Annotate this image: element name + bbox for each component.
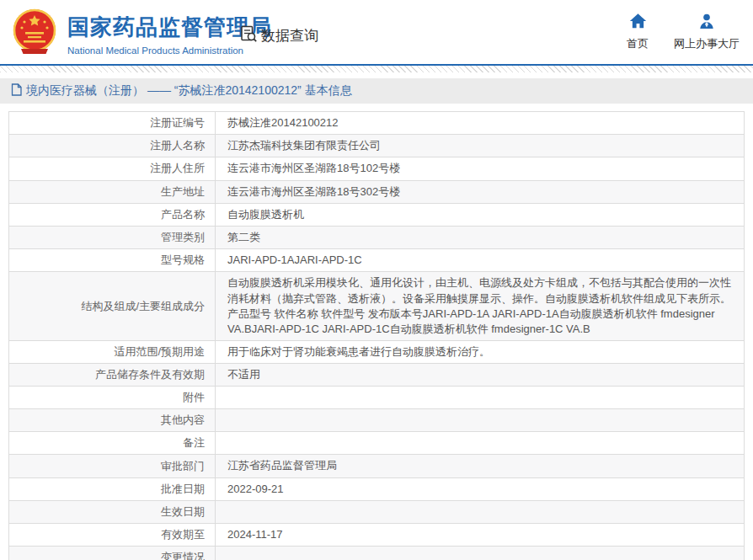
row-label: 注册人名称 [9,135,216,157]
row-label-text: 批准日期 [161,483,205,495]
table-row: 注册人住所连云港市海州区圣湖路18号102号楼 [9,157,745,180]
row-label-text: 管理类别 [161,231,205,243]
table-row: 型号规格JARI-APD-1AJARI-APD-1C [9,249,745,272]
breadcrumb: 境内医疗器械（注册） —— “苏械注准20142100212” 基本信息 [0,78,753,104]
row-value-text: 用于临床对于肾功能衰竭患者进行自动腹膜透析治疗。 [227,345,490,358]
table-row: 管理类别第二类 [9,226,745,248]
table-row: 注册证编号苏械注准20142100212 [9,112,745,135]
table-row: 产品储存条件及有效期不适用 [9,364,745,387]
row-value-text: 自动腹膜透析机 [227,208,304,221]
row-value: 江苏杰瑞科技集团有限责任公司 [216,135,745,157]
table-row: 审批部门江苏省药品监督管理局 [9,455,745,477]
row-value [216,500,745,523]
row-value [216,387,745,409]
row-label-text: 变更情况 [161,551,205,560]
row-value-text: 江苏杰瑞科技集团有限责任公司 [227,139,381,152]
table-row: 结构及组成/主要组成成分自动腹膜透析机采用模块化、通用化设计，由主机、电源线及处… [9,272,745,341]
row-label: 审批部门 [9,455,216,477]
table-row: 附件 [9,387,745,409]
row-value-text: 江苏省药品监督管理局 [227,459,337,472]
row-value-text: JARI-APD-1AJARI-APD-1C [227,253,362,266]
row-value: 江苏省药品监督管理局 [216,455,745,477]
row-value-text: 第二类 [227,231,260,243]
data-query-label: 数据查询 [261,26,318,45]
row-value: 2022-09-21 [216,477,745,500]
row-label: 型号规格 [9,249,216,272]
row-value: 用于临床对于肾功能衰竭患者进行自动腹膜透析治疗。 [216,341,745,364]
hatch-stripe [0,66,753,72]
row-value: 自动腹膜透析机采用模块化、通用化设计，由主机、电源线及处方卡组成，不包括与其配合… [216,272,745,341]
row-label: 管理类别 [9,226,216,248]
row-label-text: 有效期至 [161,528,205,541]
row-label: 注册人住所 [9,157,216,180]
table-row: 批准日期2022-09-21 [9,477,745,500]
row-label: 适用范围/预期用途 [9,341,216,364]
info-table: 注册证编号苏械注准20142100212注册人名称江苏杰瑞科技集团有限责任公司注… [8,111,745,560]
row-value-text: 自动腹膜透析机采用模块化、通用化设计，由主机、电源线及处方卡组成，不包括与其配合… [227,276,731,335]
info-table-body: 注册证编号苏械注准20142100212注册人名称江苏杰瑞科技集团有限责任公司注… [9,112,745,560]
row-value: 连云港市海州区圣湖路18号302号楼 [216,180,745,203]
data-query-icon [238,24,259,47]
row-value-text: 不适用 [227,368,260,381]
user-icon [698,13,715,33]
nav-home-label: 首页 [627,36,649,51]
table-row: 适用范围/预期用途用于临床对于肾功能衰竭患者进行自动腹膜透析治疗。 [9,341,745,364]
nav-home[interactable]: 首页 [627,13,649,51]
row-value: 苏械注准20142100212 [216,112,745,135]
row-label: 产品储存条件及有效期 [9,364,216,387]
row-value: 不适用 [216,364,745,387]
row-label-text: 型号规格 [161,253,205,266]
row-label-text: 附件 [183,391,205,403]
row-label-text: 其他内容 [161,413,205,426]
table-row: 备注 [9,432,745,455]
row-label: 其他内容 [9,409,216,432]
row-label: 批准日期 [9,477,216,500]
row-label-text: 备注 [183,436,205,449]
row-value-text: 连云港市海州区圣湖路18号302号楼 [227,185,400,198]
row-label-text: 产品储存条件及有效期 [95,368,205,381]
row-label: 生效日期 [9,500,216,523]
row-label-text: 审批部门 [161,460,205,472]
table-row: 注册人名称江苏杰瑞科技集团有限责任公司 [9,135,745,157]
table-row: 其他内容 [9,409,745,432]
row-label: 有效期至 [9,523,216,546]
row-value-text: 苏械注准20142100212 [227,116,339,129]
row-label: 产品名称 [9,203,216,226]
nav-service-hall[interactable]: 网上办事大厅 [674,13,740,51]
row-label-text: 注册人名称 [150,139,205,152]
site-header: 国家药品监督管理局 National Medical Products Admi… [0,0,753,64]
row-label-text: 注册证编号 [150,116,205,129]
nav-service-hall-label: 网上办事大厅 [674,36,740,51]
row-label-text: 注册人住所 [150,162,205,174]
header-nav: 首页 网上办事大厅 [627,13,740,51]
national-emblem-logo [10,8,59,56]
row-value: 2024-11-17 [216,523,745,546]
row-label-text: 生产地址 [161,185,205,198]
home-icon [629,13,647,33]
row-label: 附件 [9,387,216,409]
row-value [216,547,745,560]
row-value-text: 2024-11-17 [227,528,283,541]
table-row: 变更情况 [9,547,745,560]
row-value [216,432,745,455]
row-value-text: 连云港市海州区圣湖路18号102号楼 [227,162,400,174]
row-value: 连云港市海州区圣湖路18号102号楼 [216,157,745,180]
document-icon [11,83,22,99]
table-row: 生效日期 [9,500,745,523]
breadcrumb-text: 境内医疗器械（注册） —— “苏械注准20142100212” 基本信息 [26,83,352,99]
row-label: 结构及组成/主要组成成分 [9,272,216,341]
table-row: 有效期至2024-11-17 [9,523,745,546]
row-value: JARI-APD-1AJARI-APD-1C [216,249,745,272]
data-query-section[interactable]: 数据查询 [238,24,318,47]
table-row: 生产地址连云港市海州区圣湖路18号302号楼 [9,180,745,203]
row-label-text: 产品名称 [161,208,205,221]
row-value [216,409,745,432]
row-value: 自动腹膜透析机 [216,203,745,226]
row-label: 变更情况 [9,547,216,560]
row-label-text: 适用范围/预期用途 [114,345,205,358]
row-label: 生产地址 [9,180,216,203]
row-value-text: 2022-09-21 [227,483,284,495]
row-label: 注册证编号 [9,112,216,135]
row-value: 第二类 [216,226,745,248]
row-label-text: 生效日期 [161,505,205,518]
